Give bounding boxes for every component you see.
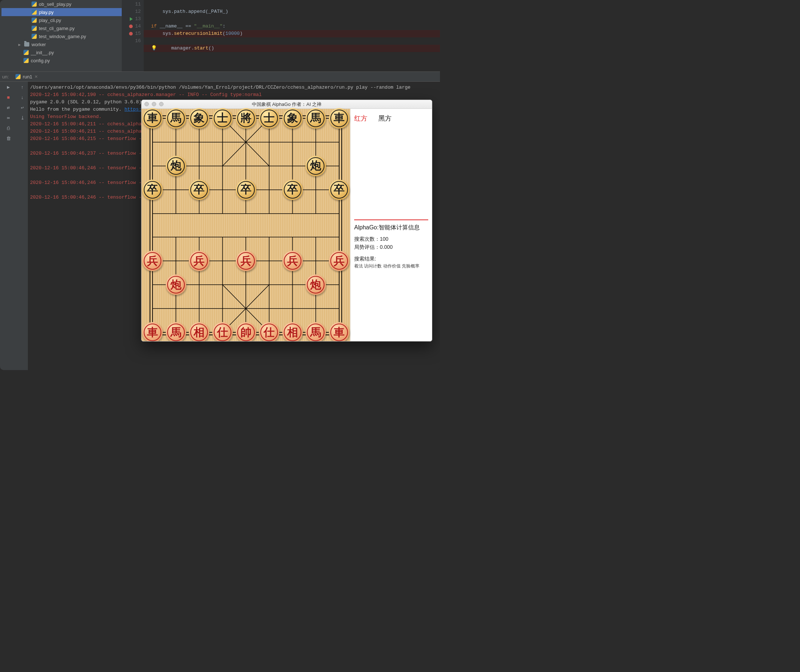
traffic-min[interactable] (152, 102, 156, 106)
chess-piece-black[interactable]: 卒 (236, 179, 256, 200)
tree-item-label: __init__.py (31, 50, 54, 55)
chess-piece-red[interactable]: 車 (142, 322, 163, 341)
chess-piece-red[interactable]: 兵 (329, 251, 349, 271)
chess-piece-black[interactable]: 車 (142, 108, 163, 129)
chess-piece-black[interactable]: 卒 (142, 179, 163, 200)
chess-piece-black[interactable]: 將 (236, 108, 256, 129)
t: () (208, 45, 214, 51)
python-file-icon (32, 10, 37, 14)
tree-file[interactable]: test_window_game.py (2, 32, 122, 40)
wrap-icon[interactable]: ↩ (19, 104, 26, 111)
chess-piece-black[interactable]: 馬 (166, 108, 186, 129)
gutter-line[interactable]: 14 (122, 23, 141, 30)
xiangqi-app-window[interactable]: 中国象棋 AlphaGo 作者：AI 之禅 (141, 100, 432, 341)
window-titlebar[interactable]: 中国象棋 AlphaGo 作者：AI 之禅 (141, 100, 432, 109)
trash-icon[interactable]: 🗑 (5, 135, 12, 142)
tree-file[interactable]: play_cli.py (2, 16, 122, 24)
chess-piece-black[interactable]: 象 (282, 108, 303, 129)
gutter-line[interactable]: 15 (122, 30, 141, 37)
python-file-icon (24, 50, 29, 55)
run-gutter-icon[interactable] (130, 17, 133, 21)
code-line-bp: sys.setrecursionlimit(10000) (144, 30, 440, 37)
console-line: /Users/yanerrol/opt/anaconda3/envs/py366… (30, 84, 438, 91)
chess-piece-black[interactable]: 車 (329, 108, 349, 129)
code-editor[interactable]: 111213141516 sys.path.append(_PATH_) if … (122, 0, 440, 72)
gutter-line[interactable]: 12 (122, 8, 141, 15)
tree-folder[interactable]: ▸worker (2, 40, 122, 48)
folder-icon (24, 42, 29, 46)
print-icon[interactable]: ⎙ (5, 125, 12, 131)
chess-piece-black[interactable]: 象 (189, 108, 209, 129)
breakpoint-icon[interactable] (129, 24, 133, 28)
chess-piece-red[interactable]: 兵 (236, 251, 256, 271)
tree-file[interactable]: play.py (2, 8, 122, 16)
chess-board[interactable]: 車馬象士將士象馬車炮炮卒卒卒卒卒兵兵兵兵兵炮炮車馬相仕帥仕相馬車 (149, 115, 342, 335)
line-number: 11 (135, 1, 141, 8)
tree-file[interactable]: test_cli_game.py (2, 24, 122, 32)
search-result-columns: 着法 访问计数 动作价值 先验概率 (354, 263, 428, 269)
chess-piece-red[interactable]: 兵 (282, 251, 303, 271)
chess-piece-black[interactable]: 馬 (305, 108, 326, 129)
line-number: 14 (135, 23, 141, 30)
code-line: sys.path.append(_PATH_) (151, 9, 228, 14)
project-tree[interactable]: ob_sell_play.pyplay.pyplay_cli.pytest_cl… (0, 0, 122, 72)
traffic-close[interactable] (144, 102, 149, 106)
chess-piece-black[interactable]: 卒 (282, 179, 303, 200)
tree-file[interactable]: config.py (2, 56, 122, 64)
tree-item-label: config.py (31, 58, 50, 63)
chess-piece-red[interactable]: 帥 (236, 322, 256, 341)
window-title: 中国象棋 AlphaGo 作者：AI 之禅 (141, 101, 432, 108)
expand-arrow-icon[interactable]: ▸ (18, 42, 22, 47)
black-player-label: 黑方 (378, 114, 391, 123)
code-line: if __name__ == "__main__": (151, 24, 226, 29)
layout-icon[interactable]: ≔ (5, 115, 12, 121)
chess-piece-black[interactable]: 炮 (305, 156, 326, 176)
restart-icon[interactable]: ⇄ (5, 104, 12, 111)
str: "__main__" (194, 24, 223, 29)
gutter-line[interactable]: 11 (122, 1, 141, 8)
board-grid (149, 115, 342, 335)
chess-piece-red[interactable]: 馬 (305, 322, 326, 341)
chess-piece-black[interactable]: 炮 (166, 156, 186, 176)
chess-piece-red[interactable]: 相 (189, 322, 209, 341)
chess-piece-red[interactable]: 馬 (166, 322, 186, 341)
up-icon[interactable]: ↑ (19, 84, 26, 91)
editor-gutter: 111213141516 (122, 0, 144, 72)
chess-piece-red[interactable]: 兵 (142, 251, 163, 271)
python-icon (15, 74, 21, 79)
chess-piece-red[interactable]: 相 (282, 322, 303, 341)
chess-piece-black[interactable]: 卒 (189, 179, 209, 200)
gutter-line[interactable]: 16 (122, 37, 141, 45)
chess-piece-black[interactable]: 士 (212, 108, 233, 129)
run-config-name: run1 (23, 74, 32, 80)
fn: setrecursionlimit (174, 31, 223, 36)
rerun-icon[interactable]: ▶ (5, 84, 12, 91)
down-icon[interactable]: ↓ (19, 94, 26, 101)
tree-file[interactable]: ob_sell_play.py (2, 0, 122, 8)
chess-piece-red[interactable]: 炮 (166, 274, 186, 295)
t: sys. (151, 31, 174, 36)
chess-piece-red[interactable]: 仕 (212, 322, 233, 341)
chess-piece-red[interactable]: 仕 (259, 322, 279, 341)
python-file-icon (32, 34, 37, 39)
traffic-max[interactable] (159, 102, 164, 106)
bulb-icon[interactable]: 💡 (151, 45, 160, 51)
breakpoint-icon[interactable] (129, 32, 133, 35)
gutter-line[interactable]: 13 (122, 15, 141, 23)
tree-item-label: play_cli.py (39, 18, 61, 23)
tree-file[interactable]: __init__.py (2, 48, 122, 56)
player-labels: 红方 黑方 (354, 114, 428, 123)
chess-piece-red[interactable]: 車 (329, 322, 349, 341)
close-icon[interactable]: ✕ (34, 74, 38, 79)
editor-code[interactable]: sys.path.append(_PATH_) if __name__ == "… (144, 0, 440, 72)
chess-piece-black[interactable]: 卒 (329, 179, 349, 200)
t: == (183, 24, 194, 29)
traffic-lights (144, 102, 164, 106)
run-config-tab[interactable]: run1 ✕ (13, 73, 41, 80)
line-number: 15 (135, 30, 141, 37)
chess-piece-black[interactable]: 士 (259, 108, 279, 129)
python-file-icon (32, 2, 37, 6)
ide-top: ob_sell_play.pyplay.pyplay_cli.pytest_cl… (0, 0, 440, 72)
scroll-icon[interactable]: ⤓ (19, 115, 26, 121)
stop-icon[interactable]: ■ (5, 94, 12, 101)
